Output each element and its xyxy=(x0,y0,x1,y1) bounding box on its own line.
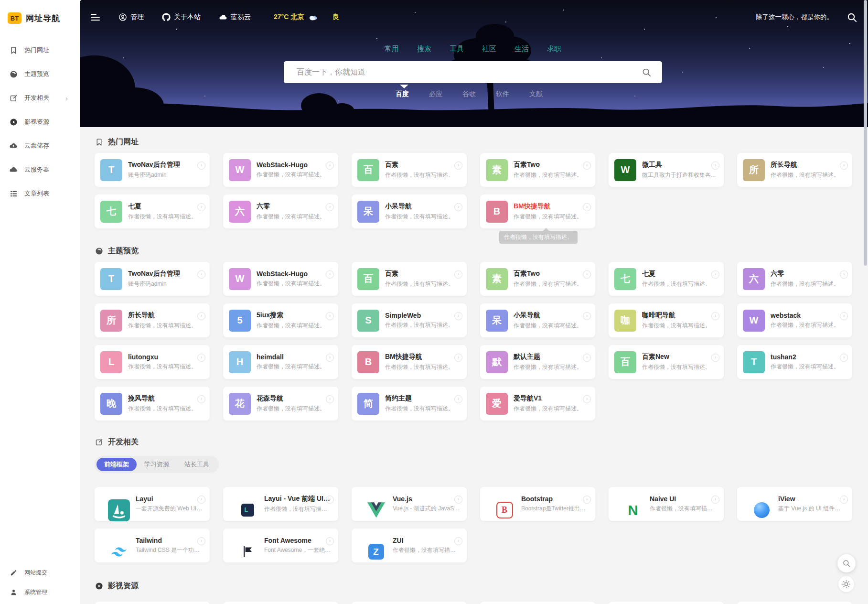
dev-tab-1[interactable]: 学习资源 xyxy=(137,458,177,471)
sidebar-item-cloud-server[interactable]: 云服务器 xyxy=(0,158,80,182)
chevron-circle-icon[interactable]: › xyxy=(454,162,462,170)
chevron-circle-icon[interactable]: › xyxy=(583,312,591,320)
site-card[interactable]: 所所长导航作者很懒，没有填写描述。› xyxy=(95,303,210,337)
dev-tab-2[interactable]: 站长工具 xyxy=(177,458,217,471)
chevron-circle-icon[interactable]: › xyxy=(326,395,334,403)
site-card[interactable]: 简简约主题作者很懒，没有填写描述。› xyxy=(352,387,467,421)
site-card[interactable]: 晚挽风导航作者很懒，没有填写描述。› xyxy=(95,387,210,421)
site-card[interactable]: Hheimdall作者很懒，没有填写描述。› xyxy=(223,345,338,379)
engine-google[interactable]: 谷歌 xyxy=(462,90,476,98)
site-card[interactable]: 呆小呆导航作者很懒，没有填写描述。› xyxy=(352,194,467,228)
site-card[interactable]: TTwoNav后台管理账号密码admin› xyxy=(95,262,210,296)
category-tab-5[interactable]: 求职 xyxy=(547,44,561,54)
chevron-circle-icon[interactable]: › xyxy=(583,496,591,504)
search-input[interactable] xyxy=(296,67,642,77)
chevron-circle-icon[interactable]: › xyxy=(197,270,205,279)
sidebar-item-articles[interactable]: 文章列表 xyxy=(0,182,80,205)
site-card[interactable]: 所所长导航作者很懒，没有填写描述。› xyxy=(737,153,852,187)
chevron-circle-icon[interactable]: › xyxy=(197,537,205,545)
site-card[interactable]: LLayui - Vue 前端 UI 框架作者很懒，没有填写描述。› xyxy=(223,487,338,521)
site-card[interactable]: W微工具微工具致力于打造和收集各...› xyxy=(609,153,724,187)
site-card[interactable]: WWebStack-Hugo作者很懒，没有填写描述。› xyxy=(223,262,338,296)
chevron-circle-icon[interactable]: › xyxy=(840,162,848,170)
engine-docs[interactable]: 文献 xyxy=(529,90,543,98)
chevron-circle-icon[interactable]: › xyxy=(583,162,591,170)
site-card[interactable]: BBM快捷导航作者很懒，没有填写描述。›作者很懒，没有填写描述。 xyxy=(480,194,595,228)
search-icon[interactable] xyxy=(847,12,857,23)
chevron-circle-icon[interactable]: › xyxy=(197,354,205,362)
site-card[interactable]: TailwindTailwind CSS 是一个功能类...› xyxy=(95,528,210,562)
category-tab-1[interactable]: 搜索 xyxy=(417,44,431,54)
site-card[interactable]: 六六零作者很懒，没有填写描述。› xyxy=(223,194,338,228)
chevron-circle-icon[interactable]: › xyxy=(197,395,205,403)
chevron-circle-icon[interactable]: › xyxy=(454,537,462,545)
chevron-circle-icon[interactable]: › xyxy=(711,162,719,170)
chevron-circle-icon[interactable]: › xyxy=(326,203,334,211)
site-card[interactable]: TTwoNav后台管理账号密码admin› xyxy=(95,153,210,187)
sidebar-item-submit[interactable]: 网站提交 xyxy=(0,563,80,582)
site-card[interactable]: 七七夏作者很懒，没有填写描述。› xyxy=(95,194,210,228)
site-card[interactable]: 55iux搜索作者很懒，没有填写描述。› xyxy=(223,303,338,337)
chevron-circle-icon[interactable]: › xyxy=(840,270,848,279)
site-card[interactable]: ZZUI作者很懒，没有填写描述。› xyxy=(352,528,467,562)
topbar-item-admin[interactable]: 管理 xyxy=(118,13,144,22)
chevron-circle-icon[interactable]: › xyxy=(197,162,205,170)
topbar-item-about[interactable]: 关于本站 xyxy=(162,13,201,22)
chevron-circle-icon[interactable]: › xyxy=(583,354,591,362)
chevron-circle-icon[interactable]: › xyxy=(583,270,591,279)
site-card[interactable] xyxy=(737,602,852,604)
site-card[interactable]: BBootstrapBootstrap是Twitter推出的...› xyxy=(480,487,595,521)
chevron-circle-icon[interactable]: › xyxy=(454,270,462,279)
site-card[interactable]: 呆小呆导航作者很懒，没有填写描述。› xyxy=(480,303,595,337)
site-card[interactable]: NNaive UI作者很懒，没有填写描述。› xyxy=(609,487,724,521)
chevron-circle-icon[interactable]: › xyxy=(711,496,719,504)
dev-tab-0[interactable]: 前端框架 xyxy=(96,458,137,471)
category-tab-2[interactable]: 工具 xyxy=(450,44,464,54)
site-card[interactable] xyxy=(480,602,595,604)
floating-search-button[interactable] xyxy=(837,554,856,572)
chevron-circle-icon[interactable]: › xyxy=(711,270,719,279)
chevron-circle-icon[interactable]: › xyxy=(326,270,334,279)
logo[interactable]: BT 网址导航 xyxy=(0,0,80,24)
site-card[interactable]: Layui一套开源免费的 Web UI 组...› xyxy=(95,487,210,521)
category-tab-3[interactable]: 社区 xyxy=(482,44,496,54)
site-card[interactable]: 爱爱导航V1作者很懒，没有填写描述。› xyxy=(480,387,595,421)
site-card[interactable]: iView基于 Vue.js 的 UI 组件库，...› xyxy=(737,487,852,521)
chevron-circle-icon[interactable]: › xyxy=(197,203,205,211)
chevron-circle-icon[interactable]: › xyxy=(840,354,848,362)
site-card[interactable]: SSimpleWeb作者很懒，没有填写描述。› xyxy=(352,303,467,337)
chevron-circle-icon[interactable]: › xyxy=(326,496,334,504)
category-tab-0[interactable]: 常用 xyxy=(385,44,399,54)
chevron-circle-icon[interactable]: › xyxy=(326,537,334,545)
site-card[interactable]: 六六零作者很懒，没有填写描述。› xyxy=(737,262,852,296)
site-card[interactable]: 默默认主题作者很懒，没有填写描述。› xyxy=(480,345,595,379)
topbar-item-cloud[interactable]: 蓝易云 xyxy=(219,13,251,22)
chevron-circle-icon[interactable]: › xyxy=(197,312,205,320)
chevron-circle-icon[interactable]: › xyxy=(326,354,334,362)
chevron-circle-icon[interactable]: › xyxy=(840,312,848,320)
site-card[interactable]: 百百素作者很懒，没有填写描述。› xyxy=(352,153,467,187)
engine-baidu[interactable]: 百度 xyxy=(396,90,409,98)
sidebar-item-theme[interactable]: 主题预览 xyxy=(0,62,80,86)
site-card[interactable]: 咖咖啡吧导航作者很懒，没有填写描述。› xyxy=(609,303,724,337)
site-card[interactable]: 素百素Two作者很懒，没有填写描述。› xyxy=(480,153,595,187)
site-card[interactable]: Lliutongxu作者很懒，没有填写描述。› xyxy=(95,345,210,379)
site-card[interactable]: BBM快捷导航作者很懒，没有填写描述。› xyxy=(352,345,467,379)
site-card[interactable]: Wwebstack作者很懒，没有填写描述。› xyxy=(737,303,852,337)
site-card[interactable]: Ttushan2作者很懒，没有填写描述。› xyxy=(737,345,852,379)
chevron-circle-icon[interactable]: › xyxy=(197,496,205,504)
chevron-circle-icon[interactable]: › xyxy=(583,203,591,211)
site-card[interactable]: 花花森导航作者很懒，没有填写描述。› xyxy=(223,387,338,421)
site-card[interactable]: Vue.jsVue.js - 渐进式的 JavaScri...› xyxy=(352,487,467,521)
theme-brightness-button[interactable] xyxy=(838,576,854,592)
menu-toggle-button[interactable] xyxy=(91,14,100,21)
site-card[interactable] xyxy=(95,602,210,604)
engine-bing[interactable]: 必应 xyxy=(429,90,442,98)
sidebar-item-dev[interactable]: 开发相关› xyxy=(0,86,80,110)
site-card[interactable] xyxy=(223,602,338,604)
chevron-circle-icon[interactable]: › xyxy=(326,162,334,170)
sidebar-item-hot[interactable]: 热门网址 xyxy=(0,38,80,62)
category-tab-4[interactable]: 生活 xyxy=(514,44,529,54)
sidebar-item-video[interactable]: 影视资源 xyxy=(0,110,80,134)
chevron-circle-icon[interactable]: › xyxy=(454,203,462,211)
